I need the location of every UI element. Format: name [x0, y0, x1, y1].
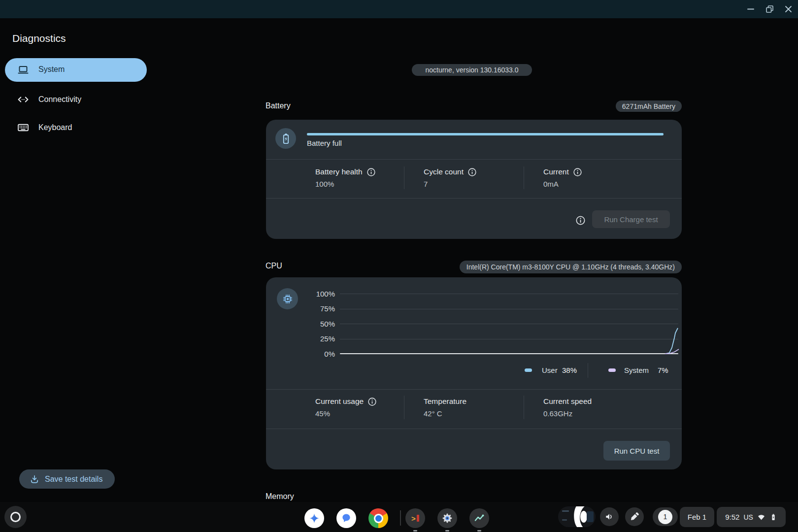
- running-indicator: [413, 530, 417, 532]
- stat-value: 100%: [315, 180, 334, 189]
- stat-value: 42° C: [424, 409, 442, 418]
- save-test-details-button[interactable]: Save test details: [19, 469, 115, 489]
- shelf-separator: [400, 510, 401, 526]
- stat-value: 0.63GHz: [543, 409, 572, 418]
- restore-button[interactable]: [762, 0, 777, 18]
- memory-section-heading: Memory: [266, 492, 294, 501]
- battery-section-heading: Battery: [266, 101, 291, 110]
- chrome-app-button[interactable]: [368, 508, 388, 528]
- notification-counter[interactable]: 1: [653, 507, 678, 526]
- audio-settings-button[interactable]: [600, 507, 619, 526]
- battery-icon: [275, 128, 296, 149]
- divider: [266, 198, 682, 199]
- battery-card: Battery full Battery health 100% Cycle c…: [266, 120, 682, 239]
- shelf: >: [0, 502, 798, 532]
- sidebar-item-label: Keyboard: [38, 123, 72, 132]
- ytick-25: 25%: [296, 334, 335, 343]
- stat-label: Battery health: [315, 167, 363, 176]
- messages-app-button[interactable]: [336, 508, 356, 528]
- gridline: [340, 339, 678, 339]
- legend-swatch-user: [525, 368, 532, 372]
- version-chip: nocturne, version 130.16033.0: [412, 64, 532, 76]
- save-button-label: Save test details: [45, 475, 102, 484]
- speaker-icon: [604, 512, 614, 522]
- ytick-0: 0%: [296, 350, 335, 358]
- divider: [404, 396, 404, 419]
- gridline: [340, 324, 678, 324]
- ytick-100: 100%: [296, 290, 335, 298]
- cycle-count-stat: Cycle count: [424, 167, 477, 176]
- run-cpu-test-button[interactable]: Run CPU test: [603, 441, 670, 461]
- sidebar-item-keyboard[interactable]: Keyboard: [5, 116, 147, 139]
- stylus-icon: [630, 512, 639, 522]
- window-titlebar: [0, 0, 798, 18]
- battery-status-text: Battery full: [307, 139, 342, 147]
- gear-icon: [441, 512, 453, 524]
- settings-app-button[interactable]: [437, 508, 457, 528]
- sidebar-item-connectivity[interactable]: Connectivity: [5, 88, 147, 111]
- info-icon[interactable]: [575, 215, 586, 226]
- info-icon[interactable]: [467, 167, 477, 177]
- cpu-badge: Intel(R) Core(TM) m3-8100Y CPU @ 1.10GHz…: [460, 261, 682, 273]
- ytick-50: 50%: [296, 320, 335, 328]
- battery-progress-bar: [307, 133, 664, 135]
- laptop-icon: [17, 64, 30, 76]
- current-stat: Current: [543, 167, 582, 176]
- terminal-app-button[interactable]: >: [405, 508, 425, 528]
- x-axis-line: [340, 353, 678, 354]
- date-label: Feb 1: [688, 513, 706, 521]
- minimize-icon: [747, 8, 754, 10]
- minimize-button[interactable]: [743, 0, 758, 18]
- divider: [524, 396, 524, 419]
- screen-capture-preview[interactable]: [558, 506, 596, 527]
- stylus-tools-button[interactable]: [625, 507, 644, 526]
- gridline: [340, 294, 678, 294]
- sidebar-item-system[interactable]: System: [5, 58, 147, 82]
- assistant-app-button[interactable]: [304, 508, 324, 528]
- divider: [404, 166, 404, 189]
- page-title: Diagnostics: [12, 33, 66, 44]
- battery-status-icon: [769, 513, 777, 521]
- stat-label: Current: [543, 167, 569, 176]
- restore-icon: [766, 5, 773, 13]
- capture-thumbnail: [558, 506, 596, 527]
- date-button[interactable]: Feb 1: [680, 507, 714, 527]
- gridline: [340, 309, 678, 309]
- divider: [266, 389, 682, 390]
- stat-label: Current usage: [315, 397, 364, 406]
- status-tray[interactable]: 9:52 US: [717, 507, 786, 527]
- info-icon[interactable]: [367, 397, 377, 406]
- legend-label: User: [542, 366, 558, 375]
- stat-label: Cycle count: [424, 167, 464, 176]
- clock-label: 9:52: [725, 513, 739, 521]
- cpu-usage-spark-lines: [660, 319, 680, 355]
- divider: [588, 363, 588, 378]
- diagnostics-app-button[interactable]: [469, 508, 489, 528]
- stat-value: 45%: [315, 409, 330, 418]
- info-icon[interactable]: [573, 167, 582, 177]
- cpu-section-heading: CPU: [266, 262, 282, 270]
- input-method-label: US: [743, 513, 753, 521]
- running-indicator: [445, 530, 449, 532]
- run-charge-test-button[interactable]: Run Charge test: [592, 210, 670, 228]
- notification-count-badge: 1: [658, 510, 672, 524]
- close-button[interactable]: [781, 0, 796, 18]
- info-icon[interactable]: [366, 167, 376, 177]
- launcher-icon: [10, 512, 21, 522]
- close-icon: [785, 5, 792, 13]
- legend-value: 38%: [562, 366, 577, 375]
- cpu-card: 100% 75% 50% 25% 0% User 38% System 7% C…: [266, 277, 682, 469]
- divider: [266, 159, 682, 160]
- legend-swatch-system: [608, 368, 616, 372]
- ytick-75: 75%: [296, 304, 335, 313]
- sidebar-item-label: Connectivity: [38, 95, 81, 104]
- line-chart-icon: [473, 512, 485, 524]
- current-usage-stat: Current usage: [315, 397, 377, 406]
- stat-label: Current speed: [543, 397, 592, 406]
- battery-health-stat: Battery health: [315, 167, 376, 176]
- launcher-button[interactable]: [4, 506, 27, 528]
- chat-bubble-icon: [341, 513, 352, 524]
- stat-value: 0mA: [543, 180, 559, 189]
- divider: [266, 429, 682, 429]
- gemini-star-icon: [309, 513, 320, 524]
